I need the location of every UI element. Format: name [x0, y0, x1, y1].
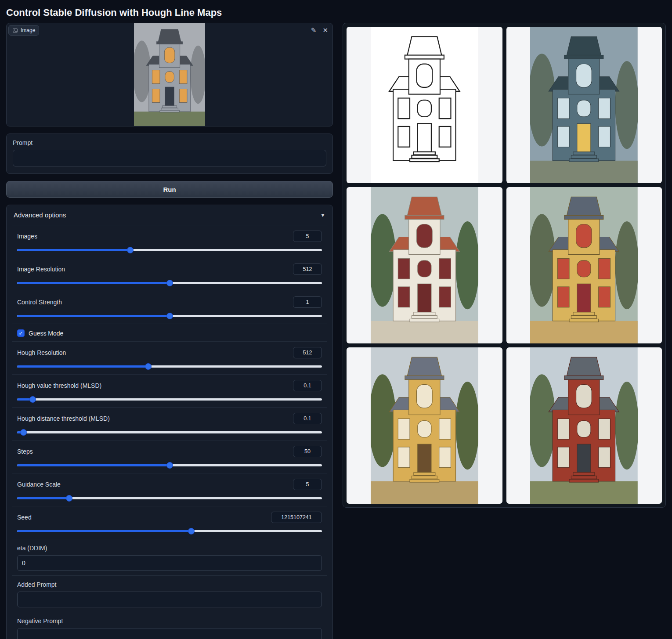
slider-value-input[interactable]	[293, 380, 322, 391]
slider[interactable]	[17, 462, 322, 469]
slider[interactable]	[17, 495, 322, 502]
image-icon	[12, 28, 18, 33]
slider-value-input[interactable]	[293, 264, 322, 275]
eta-input[interactable]	[17, 555, 322, 571]
input-house-photo	[134, 23, 205, 126]
slider-group-bottom: Hough Resolution Hough value threshold (…	[12, 341, 327, 539]
negative-prompt-label: Negative Prompt	[17, 617, 322, 625]
slider-handle[interactable]	[20, 429, 27, 436]
negative-prompt-row: Negative Prompt	[12, 612, 327, 639]
advanced-options-title: Advanced options	[14, 211, 66, 219]
slider[interactable]	[17, 312, 322, 319]
slider[interactable]	[17, 246, 322, 253]
slider-label: Steps	[17, 448, 33, 455]
slider-label: Control Strength	[17, 299, 62, 306]
slider-handle[interactable]	[188, 528, 195, 534]
left-column: Image ✎ ✕	[6, 23, 333, 639]
slider-value-input[interactable]	[293, 231, 322, 242]
slider-label: Hough distance threshold (MLSD)	[17, 415, 110, 422]
slider-fill	[17, 315, 170, 317]
slider-label: Hough Resolution	[17, 349, 66, 356]
prompt-label: Prompt	[13, 139, 326, 146]
slider-label: Images	[17, 233, 37, 240]
clear-image-button[interactable]: ✕	[322, 26, 329, 34]
gallery-item-result-gold-house[interactable]	[347, 347, 502, 504]
slider-fill	[17, 530, 191, 532]
slider-hough-value-threshold-mlsd: Hough value threshold (MLSD)	[12, 374, 327, 407]
slider-handle[interactable]	[127, 247, 134, 253]
slider-value-input[interactable]	[293, 446, 322, 457]
slider-track[interactable]	[17, 431, 322, 433]
main-layout: Image ✎ ✕	[0, 23, 672, 639]
chevron-down-icon: ▼	[320, 212, 325, 218]
guess-mode-row[interactable]: ✓ Guess Mode	[12, 324, 327, 341]
slider-guidance-scale: Guidance Scale	[12, 473, 327, 506]
added-prompt-input[interactable]	[17, 592, 322, 607]
slider-value-input[interactable]	[293, 347, 322, 358]
page-title: Control Stable Diffusion with Hough Line…	[0, 0, 672, 23]
advanced-options-header[interactable]: Advanced options ▼	[7, 205, 332, 225]
result-white-house	[371, 187, 478, 343]
slider-handle[interactable]	[66, 495, 72, 502]
slider-value-input[interactable]	[293, 413, 322, 424]
slider-fill	[17, 365, 148, 368]
slider-hough-distance-threshold-mlsd: Hough distance threshold (MLSD)	[12, 407, 327, 440]
slider-track[interactable]	[17, 398, 322, 401]
image-label: Image	[21, 27, 35, 33]
slider-hough-resolution: Hough Resolution	[12, 341, 327, 374]
slider[interactable]	[17, 429, 322, 436]
hough-line-map	[371, 27, 478, 183]
edit-image-button[interactable]: ✎	[310, 26, 318, 34]
slider-group-top: Images Image Resolution Control Strength	[12, 225, 327, 324]
negative-prompt-input[interactable]	[17, 628, 322, 639]
advanced-options-panel: Advanced options ▼ Images Image Resoluti…	[6, 205, 333, 639]
slider-control-strength: Control Strength	[12, 291, 327, 324]
slider-label: Seed	[17, 514, 32, 521]
slider-label: Hough value threshold (MLSD)	[17, 382, 101, 389]
slider-handle[interactable]	[145, 363, 152, 370]
slider-handle[interactable]	[166, 462, 173, 469]
gallery-item-result-mustard-house[interactable]	[506, 187, 662, 343]
prompt-block: Prompt	[6, 134, 333, 174]
slider-handle[interactable]	[166, 280, 173, 286]
result-mustard-house	[530, 187, 638, 343]
result-red-house	[530, 347, 638, 504]
added-prompt-label: Added Prompt	[17, 581, 322, 588]
slider-fill	[17, 282, 170, 284]
gallery-item-result-blue-house[interactable]	[506, 27, 662, 183]
eta-row: eta (DDIM)	[12, 539, 327, 575]
image-upload-panel[interactable]: Image ✎ ✕	[6, 23, 333, 126]
gallery-item-hough-line-map[interactable]	[347, 27, 502, 183]
image-actions: ✎ ✕	[310, 26, 329, 34]
slider-value-input[interactable]	[293, 296, 322, 308]
slider-handle[interactable]	[29, 396, 36, 403]
gallery-item-result-white-house[interactable]	[347, 187, 502, 343]
eta-label: eta (DDIM)	[17, 545, 322, 552]
gallery-item-result-red-house[interactable]	[506, 347, 662, 504]
slider-steps: Steps	[12, 440, 327, 473]
slider-image-resolution: Image Resolution	[12, 258, 327, 291]
guess-mode-label: Guess Mode	[29, 330, 63, 337]
slider-fill	[17, 497, 69, 499]
slider-value-input[interactable]	[271, 512, 322, 523]
prompt-input[interactable]	[13, 150, 326, 166]
result-gallery	[343, 23, 666, 508]
slider-label: Guidance Scale	[17, 481, 61, 488]
slider-value-input[interactable]	[293, 479, 322, 490]
slider-label: Image Resolution	[17, 266, 65, 273]
result-gold-house	[371, 347, 478, 504]
added-prompt-row: Added Prompt	[12, 575, 327, 612]
slider-fill	[17, 249, 130, 251]
image-label-tag: Image	[8, 25, 39, 36]
slider[interactable]	[17, 527, 322, 534]
slider-seed: Seed	[12, 506, 327, 539]
slider[interactable]	[17, 396, 322, 403]
slider[interactable]	[17, 363, 322, 370]
run-button[interactable]: Run	[6, 181, 333, 198]
slider-fill	[17, 464, 170, 466]
slider[interactable]	[17, 279, 322, 286]
guess-mode-checkbox[interactable]: ✓	[17, 329, 25, 337]
slider-handle[interactable]	[166, 313, 173, 319]
gallery-grid	[347, 27, 662, 504]
slider-images: Images	[12, 225, 327, 258]
